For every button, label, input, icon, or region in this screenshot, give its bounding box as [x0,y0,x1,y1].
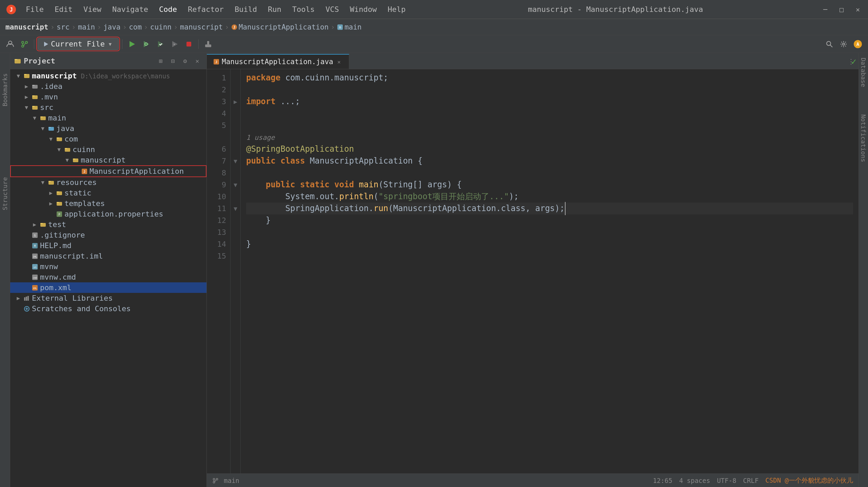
line-num-5: 5 [210,119,226,131]
breadcrumb-item-manuscript-pkg[interactable]: manuscript [180,23,223,31]
editor-tab-close[interactable]: ✕ [336,59,342,65]
tree-arrow-main[interactable]: ▼ [31,115,38,121]
bookmarks-tab[interactable]: Bookmarks [1,73,8,107]
fold-method-end[interactable]: ▼ [234,205,237,212]
menu-help[interactable]: Help [383,4,410,15]
tree-item-manuscript-root[interactable]: ▼ manuscript D:\idea_workspace\manus [10,71,206,81]
tree-item-resources[interactable]: ▼ resources [10,177,206,188]
tree-arrow-mvn[interactable]: ▶ [23,94,30,100]
tree-arrow-src[interactable]: ▼ [23,104,30,111]
run-config-button[interactable]: Current File ▾ [38,38,119,50]
tree-item-main[interactable]: ▼ main [10,113,206,123]
menu-run[interactable]: Run [263,4,286,15]
build-button[interactable] [202,38,214,50]
tree-item-src[interactable]: ▼ src [10,102,206,113]
close-button[interactable]: ✕ [853,5,863,14]
breadcrumb-item-class[interactable]: J ManuscriptApplication [231,23,329,31]
tree-arrow-manuscript[interactable]: ▼ [15,73,22,79]
tree-item-scratches[interactable]: ▶ Scratches and Consoles [10,303,206,314]
tree-arrow-static[interactable]: ▶ [47,190,54,196]
tree-arrow-external-libs[interactable]: ▶ [15,295,22,302]
right-panel-tabs: Database Notifications [859,53,868,487]
tree-item-manuscript-pkg[interactable]: ▼ manuscript [10,155,206,165]
tree-arrow-templates[interactable]: ▶ [47,200,54,207]
project-settings-icon[interactable]: ⚙ [180,56,190,66]
structure-tab[interactable]: Structure [1,177,8,210]
stop-button[interactable] [183,38,195,50]
tree-arrow-manuscript-pkg[interactable]: ▼ [64,157,71,164]
fold-method[interactable]: ▼ [234,181,237,188]
project-close-icon[interactable]: ✕ [192,56,202,66]
tree-item-app-properties[interactable]: ▶ P application.properties [10,209,206,219]
breadcrumb-item-manuscript[interactable]: manuscript [5,23,48,31]
tree-arrow-idea[interactable]: ▶ [23,83,30,90]
fold-import[interactable]: ▶ [234,98,237,105]
menu-build[interactable]: Build [230,4,262,15]
menu-window[interactable]: Window [345,4,381,15]
more-run-config-btn[interactable]: ▾ [169,38,181,50]
menu-refactor[interactable]: Refactor [183,4,229,15]
tree-arrow-com[interactable]: ▼ [47,136,54,143]
tree-item-mvn[interactable]: ▶ .mvn [10,92,206,102]
tree-item-manuscript-iml[interactable]: ▶ IML manuscript.iml [10,251,206,261]
project-panel-header: Project ⊞ ⊟ ⚙ ✕ [10,53,206,69]
minimize-button[interactable]: ─ [821,5,830,14]
fold-class[interactable]: ▼ [234,157,237,165]
menu-navigate[interactable]: Navigate [107,4,153,15]
tree-item-static[interactable]: ▶ static [10,188,206,198]
menu-tools[interactable]: Tools [288,4,319,15]
menu-vcs[interactable]: VCS [321,4,344,15]
tree-arrow-test[interactable]: ▶ [31,221,38,228]
editor-tab-manuscript-app[interactable]: J ManuscriptApplication.java ✕ [207,54,349,69]
svg-rect-72 [26,297,27,301]
tree-item-mvnw[interactable]: ▶ sh mvnw [10,261,206,272]
gutter-1 [231,72,240,84]
run-config-dropdown-arrow[interactable]: ▾ [107,41,114,48]
git-icon[interactable] [18,38,31,50]
search-everywhere-button[interactable] [823,38,835,50]
project-expand-all-icon[interactable]: ⊞ [156,56,166,66]
database-tab[interactable]: Database [859,56,868,89]
maximize-button[interactable]: □ [837,5,846,14]
tree-label-external-libs: External Libraries [32,294,113,302]
tree-item-manuscript-app[interactable]: ▶ J ManuscriptApplication [10,165,206,177]
tree-label-test: test [48,220,66,229]
tree-item-gitignore[interactable]: ▶ G .gitignore [10,230,206,240]
breadcrumb-item-src[interactable]: src [57,23,70,31]
code-editor[interactable]: package com.cuinn.manuscript; import ...… [241,69,859,473]
menu-view[interactable]: View [79,4,106,15]
tree-item-java[interactable]: ▼ java [10,123,206,134]
gitignore-file-icon: G [32,232,38,238]
toolbar-profile-btn[interactable] [4,38,16,50]
breadcrumb-item-java[interactable]: java [103,23,121,31]
tree-arrow-java[interactable]: ▼ [39,125,46,132]
tree-item-templates[interactable]: ▶ templates [10,198,206,209]
svg-point-9 [25,41,27,43]
tree-item-external-libs[interactable]: ▶ External Libraries [10,293,206,303]
tree-item-com[interactable]: ▼ com [10,134,206,144]
project-collapse-all-icon[interactable]: ⊟ [168,56,178,66]
notifications-tab[interactable]: Notifications [859,112,868,164]
tree-item-pom-xml[interactable]: ▶ XML pom.xml [10,282,206,293]
tree-item-test[interactable]: ▶ test [10,219,206,230]
menu-edit[interactable]: Edit [50,4,77,15]
svg-line-23 [830,45,832,47]
tree-item-mvnw-cmd[interactable]: ▶ cmd mvnw.cmd [10,272,206,282]
line-num-6 [210,131,226,143]
coverage-button[interactable] [154,38,166,50]
menu-code[interactable]: Code [154,4,182,15]
tree-item-help-md[interactable]: ▶ M HELP.md [10,240,206,251]
breadcrumb-item-method[interactable]: m main [337,23,362,31]
avatar-icon[interactable]: A [852,38,864,50]
menu-file[interactable]: File [21,4,48,15]
breadcrumb-item-cuinn[interactable]: cuinn [150,23,172,31]
tree-item-cuinn[interactable]: ▼ cuinn [10,144,206,155]
tree-item-idea[interactable]: ▶ .idea [10,81,206,92]
tree-arrow-cuinn[interactable]: ▼ [56,146,62,153]
debug-button[interactable] [140,38,152,50]
gear-icon[interactable] [837,38,850,50]
breadcrumb-item-main[interactable]: main [78,23,95,31]
breadcrumb-item-com[interactable]: com [129,23,142,31]
tree-arrow-resources[interactable]: ▼ [39,179,46,186]
run-button[interactable] [126,38,138,50]
